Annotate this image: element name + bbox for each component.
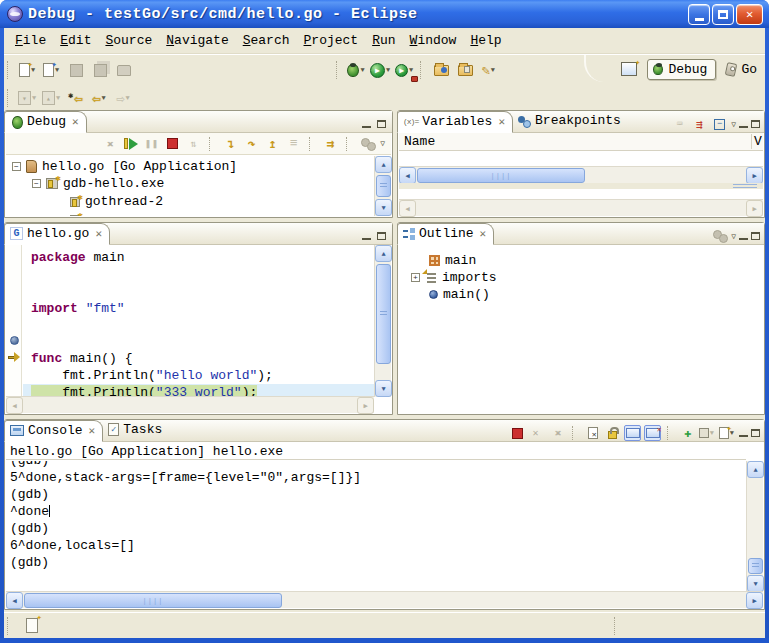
tree-row-process[interactable]: − gdb-hello.exe — [32, 175, 164, 192]
close-button[interactable]: ✕ — [736, 4, 763, 25]
scroll-thumb[interactable]: |||| — [24, 593, 282, 608]
open-console-button[interactable]: ✦▼ — [719, 425, 736, 441]
close-icon[interactable]: ✕ — [72, 115, 79, 128]
view-menu-icon[interactable]: ▽ — [731, 232, 736, 241]
minimize-view-icon[interactable] — [739, 429, 748, 437]
perspective-debug-button[interactable]: Debug — [647, 59, 716, 80]
outline-item-main[interactable]: main — [429, 252, 476, 269]
save-button[interactable] — [65, 59, 87, 81]
fast-view-icon[interactable] — [26, 618, 38, 633]
scroll-right-icon[interactable]: ▶ — [746, 167, 763, 184]
close-icon[interactable]: ✕ — [95, 227, 102, 240]
minimize-view-icon[interactable] — [739, 120, 748, 128]
remove-launch-button[interactable]: ✕ — [529, 425, 546, 441]
editor-code-area[interactable]: package main import "fmt" func main() { … — [23, 245, 374, 397]
maximize-button[interactable] — [712, 4, 734, 25]
tab-debug[interactable]: Debug ✕ — [4, 111, 87, 133]
tab-hello-go[interactable]: G hello.go ✕ — [4, 223, 110, 245]
open-element-button[interactable] — [430, 59, 452, 81]
resume-button[interactable] — [122, 136, 139, 152]
scroll-left-icon[interactable]: ◀ — [399, 167, 416, 184]
menu-navigate[interactable]: Navigate — [159, 31, 235, 50]
scroll-down-icon[interactable]: ▼ — [375, 199, 392, 216]
editor-gutter[interactable] — [6, 245, 22, 397]
display-console-button[interactable]: ▼ — [699, 425, 716, 441]
next-annotation-button[interactable]: ▾▼ — [17, 87, 39, 109]
variables-column-header[interactable]: Name V — [399, 133, 763, 151]
open-resource-button[interactable] — [454, 59, 476, 81]
last-edit-location-button[interactable]: ✱⇦ — [65, 87, 87, 109]
debug-tree-vscrollbar[interactable]: ▲ ▼ — [374, 156, 391, 216]
previous-annotation-button[interactable]: ▴▼ — [41, 87, 63, 109]
tab-console[interactable]: Console ✕ — [4, 420, 103, 442]
menu-project[interactable]: Project — [297, 31, 366, 50]
menu-source[interactable]: Source — [98, 31, 159, 50]
sort-button[interactable] — [711, 228, 728, 244]
editor-hscrollbar[interactable]: ◀ ▶ — [6, 396, 374, 413]
disconnect-button[interactable]: ⇅ — [185, 136, 202, 152]
column-name[interactable]: Name — [399, 134, 435, 149]
minimize-view-icon[interactable] — [362, 232, 371, 240]
maximize-view-icon[interactable] — [377, 232, 386, 240]
new-wizard-button[interactable]: ✦▼ — [41, 59, 63, 81]
close-icon[interactable]: ✕ — [498, 115, 505, 128]
editor-vscrollbar[interactable]: ▲ ▼ — [374, 245, 391, 397]
menu-help[interactable]: Help — [463, 31, 508, 50]
new-button[interactable]: ✦▼ — [17, 59, 39, 81]
tree-row-launch[interactable]: − hello.go [Go Application] — [12, 158, 237, 175]
show-stderr-button[interactable] — [644, 425, 661, 441]
scroll-thumb[interactable] — [376, 175, 391, 197]
maximize-view-icon[interactable] — [377, 120, 386, 128]
outline-item-main-func[interactable]: main() — [429, 286, 490, 303]
remove-all-launches-button[interactable]: ✕✕ — [549, 425, 566, 441]
toolbar-grip[interactable] — [336, 61, 341, 79]
run-launch-button[interactable]: ▶▼ — [370, 59, 392, 81]
terminate-button[interactable] — [509, 425, 526, 441]
title-bar[interactable]: Debug - testGo/src/cmd/hello.go - Eclips… — [0, 0, 769, 28]
search-toolbar-button[interactable]: ✎▼ — [478, 59, 500, 81]
menu-run[interactable]: Run — [365, 31, 402, 50]
details-hscrollbar[interactable]: ◀ ▶ — [399, 199, 763, 216]
external-tools-button[interactable]: ▶▼ — [394, 59, 416, 81]
tree-row-thread[interactable]: gothread-2 — [70, 193, 163, 210]
close-icon[interactable]: ✕ — [89, 424, 96, 437]
save-all-button[interactable] — [89, 59, 111, 81]
suspend-button[interactable]: ❚❚ — [143, 136, 160, 152]
variables-tree-empty[interactable] — [399, 151, 763, 166]
minimize-view-icon[interactable] — [362, 120, 371, 128]
view-menu-icon[interactable]: ▽ — [731, 120, 736, 129]
outline-item-imports[interactable]: + imports — [411, 269, 497, 286]
scroll-thumb[interactable]: |||| — [417, 168, 585, 183]
collapse-expander-icon[interactable]: − — [32, 179, 41, 188]
tree-row-thread-partial[interactable] — [70, 211, 80, 216]
variables-hscrollbar[interactable]: ◀ |||| ▶ — [399, 166, 763, 183]
console-vscrollbar[interactable]: ▲ ▼ — [746, 461, 763, 592]
scroll-up-icon[interactable]: ▲ — [375, 156, 392, 173]
scroll-up-icon[interactable]: ▲ — [747, 461, 764, 478]
menu-search[interactable]: Search — [236, 31, 297, 50]
column-value[interactable]: V — [751, 134, 763, 149]
clear-console-button[interactable]: ✕ — [584, 425, 601, 441]
scroll-lock-button[interactable] — [604, 425, 621, 441]
open-perspective-button[interactable]: ✦ — [618, 58, 640, 80]
breakpoint-icon[interactable] — [10, 336, 19, 345]
scroll-thumb[interactable] — [376, 264, 391, 364]
toolbar-grip[interactable] — [7, 89, 12, 107]
drop-to-frame-button[interactable]: ≡ — [285, 136, 302, 152]
step-filters-button[interactable]: ⇉ — [322, 136, 339, 152]
minimize-button[interactable] — [688, 4, 710, 25]
step-into-button[interactable]: ↴ — [222, 136, 239, 152]
pin-console-button[interactable]: ✚ — [679, 425, 696, 441]
tab-variables[interactable]: (x)= Variables ✕ — [397, 111, 513, 133]
scroll-down-icon[interactable]: ▼ — [747, 575, 764, 592]
perspective-go-button[interactable]: Go — [722, 60, 761, 79]
remove-terminated-button[interactable]: ✕✕ — [101, 136, 118, 152]
maximize-view-icon[interactable] — [751, 120, 760, 128]
console-hscrollbar[interactable]: ◀ |||| ▶ — [6, 591, 763, 608]
step-over-button[interactable]: ↷ — [243, 136, 260, 152]
menu-file[interactable]: File — [8, 31, 53, 50]
maximize-view-icon[interactable] — [751, 232, 760, 240]
print-button[interactable] — [113, 59, 135, 81]
tab-tasks[interactable]: ✓ Tasks — [103, 419, 169, 441]
maximize-view-icon[interactable] — [751, 429, 760, 437]
